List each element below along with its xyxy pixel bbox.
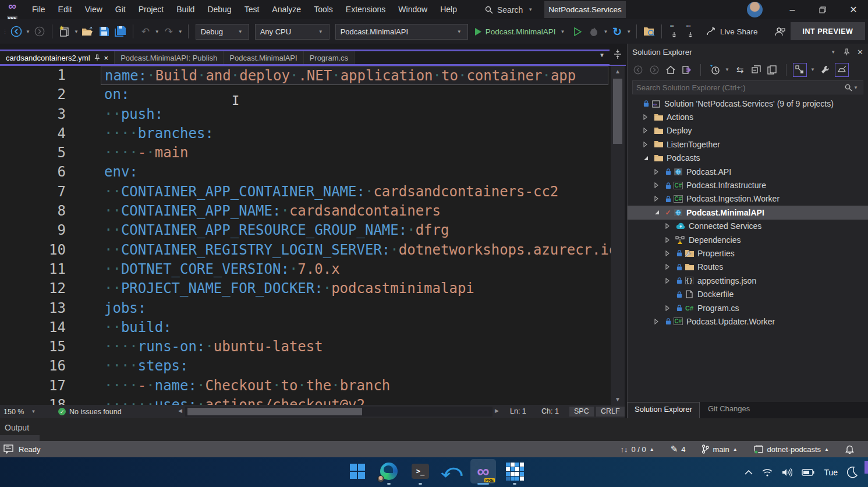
tree-item-properties[interactable]: Properties [628, 246, 868, 260]
run-target-caret[interactable]: ▼ [560, 29, 565, 34]
tree-item-podcast-updater-worker[interactable]: C#Podcast.Updater.Worker [628, 315, 868, 328]
code-line-9[interactable]: 9··CONTAINER_APP_RESOURCE_GROUP_NAME:·df… [0, 221, 625, 240]
code-line-1[interactable]: 1name:·Build·and·deploy·.NET·application… [0, 66, 625, 85]
new-project-button[interactable]: ✱ [58, 24, 72, 39]
editor-vertical-scrollbar[interactable]: ▲ ▼ [611, 66, 625, 405]
taskbar-vscode-icon[interactable]: ⤺ [439, 459, 465, 484]
chevron-collapsed-icon[interactable] [643, 128, 653, 133]
git-sync-button[interactable]: ↑↓ 0 / 0 ▲ [612, 445, 662, 454]
tray-chevron-icon[interactable] [745, 470, 753, 475]
search-options-caret[interactable]: ▼ [853, 85, 858, 90]
editor-split-handle[interactable] [610, 44, 626, 65]
menu-debug[interactable]: Debug [201, 0, 238, 19]
tab-list-chevron[interactable]: ▼ [599, 52, 605, 58]
tree-item-solution-netpodcast-services-9-of-9-projects[interactable]: ∞Solution 'NetPodcast.Services' (9 of 9 … [628, 97, 868, 110]
code-line-16[interactable]: 16····steps: [0, 357, 625, 376]
restart-button[interactable]: ↻ [610, 24, 624, 39]
taskbar-visual-studio-icon[interactable]: ∞PRE [470, 459, 496, 484]
tree-item-podcast-api[interactable]: Podcast.API [628, 165, 868, 178]
taskbar-dev-app-icon[interactable] [502, 459, 527, 484]
menu-help[interactable]: Help [434, 0, 463, 19]
restore-button[interactable] [809, 0, 836, 19]
eol-indicator[interactable]: CRLF [596, 407, 625, 417]
menu-window[interactable]: Window [392, 0, 434, 19]
scroll-down-arrow[interactable]: ▼ [611, 396, 625, 403]
tree-item-deploy[interactable]: Deploy [628, 124, 868, 137]
pending-edits-button[interactable]: ✎ 4 [662, 444, 694, 454]
code-line-15[interactable]: 15····runs-on:·ubuntu-latest [0, 337, 625, 357]
chevron-collapsed-icon[interactable] [654, 169, 664, 175]
tab-git-changes[interactable]: Git Changes [700, 402, 758, 418]
code-editor[interactable]: 1name:·Build·and·deploy·.NET·application… [0, 66, 625, 405]
tab-pin-icon[interactable] [94, 54, 100, 61]
tray-clock-day[interactable]: Tue [824, 468, 838, 477]
chevron-collapsed-icon[interactable] [665, 278, 675, 284]
hot-reload-button[interactable] [587, 24, 601, 39]
chevron-expanded-icon[interactable] [654, 210, 664, 215]
save-button[interactable] [97, 24, 111, 39]
chevron-collapsed-icon[interactable] [665, 264, 675, 270]
taskbar-terminal-icon[interactable]: >_ [408, 459, 433, 484]
spaces-indicator[interactable]: SPC [569, 407, 594, 417]
find-in-files-button[interactable] [642, 24, 656, 39]
pin-icon[interactable] [844, 48, 850, 56]
code-line-8[interactable]: 8··CONTAINER_APP_NAME:·cardsandcontainer… [0, 202, 625, 221]
tree-item-routes[interactable]: Routes [628, 260, 868, 274]
wifi-icon[interactable] [762, 468, 773, 477]
platform-dropdown[interactable]: Any CPU▼ [255, 24, 330, 40]
save-all-button[interactable] [114, 24, 127, 39]
solution-search-input[interactable] [636, 83, 845, 92]
code-line-17[interactable]: 17····-·name:·Checkout·to·the·branch [0, 376, 625, 396]
close-button[interactable]: ✕ [840, 0, 867, 19]
pending-changes-filter-button[interactable] [707, 63, 721, 77]
menu-file[interactable]: File [26, 0, 52, 19]
redo-caret[interactable]: ▼ [178, 29, 183, 34]
new-project-caret[interactable]: ▼ [74, 29, 79, 34]
chevron-collapsed-icon[interactable] [643, 142, 653, 147]
zoom-level-dropdown[interactable]: 150 % ▼ [0, 408, 45, 416]
chevron-collapsed-icon[interactable] [654, 182, 664, 188]
horizontal-scrollbar-thumb[interactable] [187, 408, 362, 415]
output-panel-title[interactable]: Output [5, 423, 29, 432]
sync-namespaces-button[interactable]: ⇆ [733, 63, 747, 77]
tree-item-podcast-infrastructure[interactable]: C#Podcast.Infrastructure [628, 178, 868, 192]
code-line-6[interactable]: 6env: [0, 163, 625, 182]
menu-extensions[interactable]: Extensions [339, 0, 392, 19]
tab-solution-explorer[interactable]: Solution Explorer [627, 402, 700, 418]
volume-icon[interactable] [782, 468, 792, 477]
tree-item-dependencies[interactable]: !Dependencies [628, 233, 868, 246]
code-line-10[interactable]: 10··CONTAINER_REGISTRY_LOGIN_SERVER:·dot… [0, 241, 625, 260]
navigate-back-button[interactable] [9, 24, 23, 39]
indent-guides-button[interactable]: ʺʺ [667, 24, 681, 39]
toolbar-drag-handle[interactable]: ⋮ [2, 29, 8, 34]
code-line-3[interactable]: 3··push: [0, 105, 625, 124]
live-share-button[interactable]: Live Share [706, 27, 758, 36]
hot-reload-caret[interactable]: ▼ [603, 29, 608, 34]
code-line-18[interactable]: 18······uses:·actions/checkout@v2 [0, 396, 625, 405]
code-line-14[interactable]: 14··build: [0, 318, 625, 337]
chevron-collapsed-icon[interactable] [654, 196, 664, 202]
collapse-all-button[interactable] [749, 63, 763, 77]
night-mode-moon-icon[interactable] [847, 467, 858, 478]
open-file-button[interactable] [81, 24, 95, 39]
solution-search-box[interactable]: ▼ [632, 80, 863, 94]
code-line-11[interactable]: 11··DOTNET_CORE_VERSION:·7.0.x [0, 260, 625, 279]
issues-indicator[interactable]: ✓ No issues found [58, 408, 122, 416]
menu-tools[interactable]: Tools [307, 0, 339, 19]
minimize-button[interactable]: – [779, 0, 806, 19]
code-line-13[interactable]: 13jobs: [0, 299, 625, 318]
filter-caret[interactable]: ▼ [725, 67, 729, 72]
menu-test[interactable]: Test [238, 0, 266, 19]
output-source-dropdown[interactable] [0, 435, 40, 441]
sync-with-active-document-button[interactable] [793, 63, 807, 77]
tree-item-connected-services[interactable]: Connected Services [628, 220, 868, 233]
code-line-12[interactable]: 12··PROJECT_NAME_FOR_DOCKER:·podcastmini… [0, 279, 625, 298]
editor-horizontal-scrollbar[interactable] [185, 407, 493, 417]
navigate-forward-button[interactable] [33, 24, 47, 39]
startup-project-dropdown[interactable]: Podcast.MinimalAPI▼ [335, 24, 468, 40]
scroll-left-arrow[interactable]: ◀ [178, 408, 182, 414]
undo-button[interactable]: ↶ [139, 24, 153, 39]
sync-caret[interactable]: ▼ [810, 67, 815, 72]
battery-icon[interactable] [802, 469, 814, 476]
code-line-7[interactable]: 7··CONTAINER_APP_CONTAINER_NAME:·cardsan… [0, 182, 625, 202]
